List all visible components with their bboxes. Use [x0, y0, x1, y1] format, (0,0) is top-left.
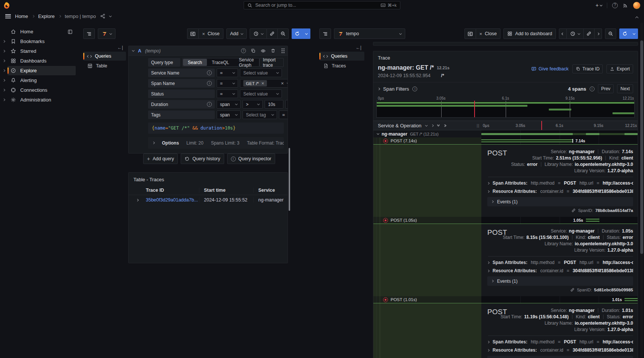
- collapse-rail-button[interactable]: ←|: [83, 44, 126, 51]
- value-chip[interactable]: GET /*×: [243, 80, 267, 87]
- expand-icon[interactable]: [0, 60, 7, 62]
- expand-row-icon[interactable]: [129, 199, 146, 201]
- collapse-panes-icon[interactable]: [636, 15, 638, 20]
- span-filters-toggle[interactable]: Span Filtersi: [378, 86, 417, 92]
- span-bar[interactable]: [586, 219, 599, 222]
- expand-all-icon[interactable]: [443, 125, 446, 127]
- search-bar[interactable]: ⌘+k: [244, 1, 400, 9]
- close-right-pane-button[interactable]: ×Close: [476, 28, 501, 39]
- add-query-button[interactable]: +Add query: [143, 154, 178, 164]
- drag-handle-icon[interactable]: [282, 50, 283, 51]
- span-row-root[interactable]: ng-managerGET /* (12.21s): [373, 130, 638, 137]
- expand-icon[interactable]: [0, 89, 7, 91]
- new-button[interactable]: +: [596, 2, 602, 8]
- tab-search[interactable]: Search: [183, 59, 207, 66]
- sidebar-item-alerting[interactable]: Alerting: [7, 76, 76, 85]
- add-button[interactable]: Add: [226, 28, 247, 39]
- sidebar-item-bookmarks[interactable]: Bookmarks: [7, 37, 76, 46]
- close-left-pane-button[interactable]: ×Close: [199, 28, 223, 39]
- remove-chip-icon[interactable]: ×: [261, 81, 264, 86]
- trace-id-button[interactable]: Trace ID: [572, 64, 603, 73]
- span-row-post-1[interactable]: POST (7.14s) 7.14s: [373, 137, 638, 144]
- time-picker-button[interactable]: [250, 28, 267, 39]
- column-service[interactable]: Service: [253, 188, 288, 193]
- import-trace-button[interactable]: Import trace: [259, 58, 284, 67]
- sidebar-item-administration[interactable]: Administration: [7, 95, 76, 104]
- run-query-button[interactable]: [619, 28, 631, 39]
- run-query-button[interactable]: [292, 28, 303, 39]
- span-attributes-row[interactable]: Span Attributes:http.method=POSThttp.url…: [487, 179, 633, 187]
- tab-service-graph[interactable]: Service Graph: [234, 59, 259, 66]
- events-row[interactable]: Events (1): [487, 356, 633, 358]
- page-scrollbar[interactable]: [640, 22, 643, 357]
- prev-span-button[interactable]: Prev: [598, 84, 614, 93]
- breadcrumb-explore[interactable]: Explore: [38, 13, 55, 19]
- operator-select[interactable]: =: [217, 79, 238, 88]
- left-pane-scrollbar[interactable]: [289, 148, 290, 211]
- scope-select[interactable]: span: [217, 110, 241, 119]
- span-attributes-row[interactable]: Span Attributes:http.method=POSThttp.url…: [487, 338, 633, 346]
- resource-attributes-row[interactable]: Resource Attributes:container.id=304fd88…: [487, 346, 633, 354]
- events-row[interactable]: Events (1): [487, 276, 633, 286]
- scope-select[interactable]: span: [217, 100, 241, 109]
- value-multiselect[interactable]: GET /*× ×: [240, 79, 288, 88]
- copy-link-button[interactable]: [584, 28, 595, 39]
- disable-query-icon[interactable]: [261, 48, 266, 54]
- span-row-post-2[interactable]: POST (1.05s) 1.05s: [373, 217, 638, 224]
- span-attributes-row[interactable]: Span Attributes:http.method=POSThttp.url…: [487, 258, 633, 267]
- span-bar[interactable]: [625, 298, 638, 301]
- collapse-query-icon[interactable]: [132, 49, 135, 52]
- run-query-interval-button[interactable]: [303, 28, 310, 39]
- column-resize-handle[interactable]: ||: [477, 124, 479, 128]
- query-history-button[interactable]: Query history: [181, 154, 224, 164]
- collapse-deep-icon[interactable]: [437, 125, 439, 126]
- sidebar-item-home[interactable]: Home: [7, 27, 76, 36]
- query-options-row[interactable]: Options Limit: 20 Spans Limit: 3 Table F…: [148, 137, 284, 149]
- expand-icon[interactable]: [0, 79, 7, 81]
- export-button[interactable]: Export: [607, 64, 633, 73]
- clear-icon[interactable]: ×: [281, 81, 284, 86]
- page-scrollbar-thumb[interactable]: [640, 40, 643, 254]
- operator-select[interactable]: =: [217, 69, 238, 77]
- root-span-bar[interactable]: [481, 133, 638, 135]
- tab-traceql[interactable]: TraceQL: [207, 59, 234, 66]
- grafana-logo-icon[interactable]: [3, 1, 10, 9]
- rail-item-queries[interactable]: Queries: [319, 52, 364, 61]
- expand-icon[interactable]: [0, 50, 7, 52]
- share-icon[interactable]: [100, 13, 105, 19]
- span-row-post-3[interactable]: POST (1.01s) 1.01s: [373, 296, 638, 303]
- column-start-time[interactable]: Start time: [199, 188, 253, 193]
- copy-link-button[interactable]: [267, 28, 278, 39]
- time-picker-button[interactable]: [567, 28, 584, 39]
- user-avatar[interactable]: [633, 2, 640, 9]
- collapse-children-icon[interactable]: [377, 132, 379, 135]
- panel-title[interactable]: Table - Traces: [129, 173, 288, 185]
- expand-icon[interactable]: [0, 40, 7, 42]
- expand-options-icon[interactable]: [152, 142, 155, 144]
- datasource-picker-left[interactable]: [98, 28, 115, 39]
- split-pane-button[interactable]: [464, 28, 476, 39]
- sidebar-item-connections[interactable]: Connections: [7, 85, 76, 95]
- tag-select[interactable]: Select tag: [243, 110, 277, 119]
- resource-attributes-row[interactable]: Resource Attributes:container.id=304fd88…: [487, 187, 633, 195]
- remove-query-icon[interactable]: [271, 48, 276, 53]
- menu-toggle-icon[interactable]: [5, 14, 11, 18]
- expand-icon[interactable]: [0, 99, 7, 101]
- breadcrumb-home[interactable]: Home: [15, 13, 28, 19]
- duplicate-query-icon[interactable]: [251, 48, 256, 53]
- search-input[interactable]: [255, 3, 377, 8]
- zoom-out-button[interactable]: [605, 28, 616, 39]
- give-feedback-link[interactable]: Give feedback: [531, 66, 569, 72]
- news-icon[interactable]: [623, 3, 628, 8]
- value-select[interactable]: Select value: [240, 69, 282, 77]
- query-outline-button[interactable]: [319, 28, 331, 39]
- zoom-out-button[interactable]: [278, 28, 289, 39]
- query-help-icon[interactable]: ?: [241, 48, 246, 53]
- rail-item-queries[interactable]: Queries: [83, 52, 126, 61]
- query-inspector-button[interactable]: iQuery inspector: [227, 154, 275, 164]
- operator-select[interactable]: >: [243, 100, 263, 109]
- dock-menu-icon[interactable]: [67, 29, 73, 34]
- expand-one-icon[interactable]: [431, 124, 434, 127]
- time-shift-forward-button[interactable]: [595, 28, 602, 39]
- trace-minimap[interactable]: [376, 100, 635, 118]
